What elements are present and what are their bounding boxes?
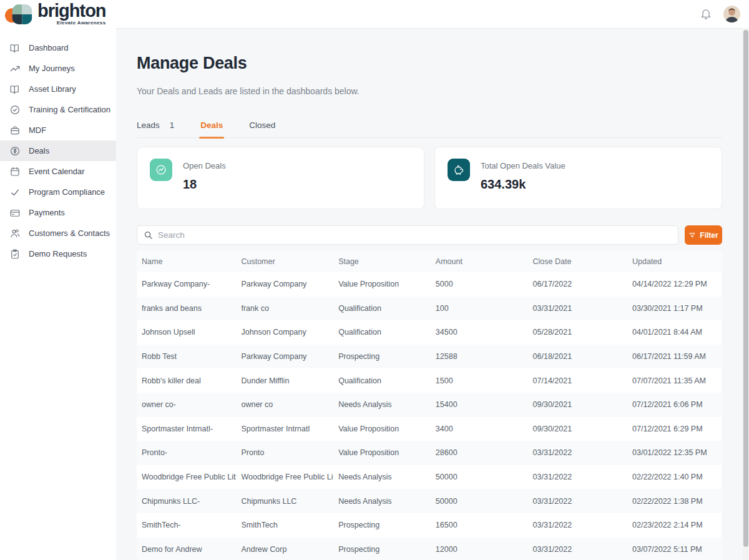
- table-row[interactable]: franks and beansfrank coQualification100…: [137, 297, 722, 321]
- deal-customer: Chipmunks LLC: [236, 489, 333, 513]
- table-row[interactable]: SmithTech-SmithTechProspecting1650003/31…: [137, 513, 722, 538]
- sidebar-item-mdf[interactable]: MDF: [0, 120, 116, 140]
- deal-name: Woodbridge Free Public Librar: [137, 465, 236, 489]
- sidebar-item-asset-library[interactable]: Asset Library: [0, 79, 116, 99]
- stat-label: Total Open Deals Value: [481, 161, 565, 170]
- deal-name: Pronto-: [137, 441, 236, 465]
- clipboard-check-icon: [9, 248, 21, 260]
- check-icon: [9, 187, 21, 198]
- tab-label: Deals: [200, 120, 223, 130]
- top-bar: brighton Elevate Awareness: [0, 0, 749, 28]
- deal-chart-icon: [150, 159, 172, 181]
- stat-value: 18: [183, 177, 226, 192]
- sidebar-item-dashboard[interactable]: Dashboard: [0, 37, 116, 58]
- sidebar-item-demo-requests[interactable]: Demo Requests: [0, 243, 116, 264]
- deal-close-date: 06/18/2021: [528, 345, 627, 369]
- scrollbar-thumb[interactable]: [743, 30, 748, 547]
- table-header-row: Name Customer Stage Amount Close Date Up…: [137, 251, 722, 272]
- sidebar-item-my-journeys[interactable]: My Journeys: [0, 58, 116, 79]
- deal-close-date: 05/28/2021: [528, 320, 627, 345]
- sidebar-item-program-compliance[interactable]: Program Compliance: [0, 182, 116, 202]
- sidebar-item-training-certification[interactable]: Training & Certification: [0, 99, 116, 120]
- main-content: Manage Deals Your Deals and Leads are li…: [116, 28, 749, 560]
- deal-stage: Needs Analysis: [333, 465, 431, 489]
- deal-updated: 04/14/2022 12:29 PM: [627, 272, 722, 297]
- deal-customer: Sportmaster Intrnatl: [236, 417, 333, 441]
- deal-amount: 100: [431, 297, 528, 321]
- table-row[interactable]: owner co-owner coNeeds Analysis1540009/3…: [137, 393, 722, 417]
- tab-leads[interactable]: Leads 1: [137, 117, 174, 137]
- deal-name: Johnson Upsell: [137, 320, 236, 345]
- deal-stage: Needs Analysis: [333, 489, 431, 513]
- sidebar: Dashboard My Journeys Asset Library Trai…: [0, 28, 116, 560]
- calendar-icon: [9, 166, 21, 177]
- column-header-name[interactable]: Name: [137, 251, 236, 272]
- deal-customer: frank co: [236, 297, 333, 321]
- sidebar-item-deals[interactable]: Deals: [0, 140, 116, 161]
- table-row[interactable]: Chipmunks LLC-Chipmunks LLCNeeds Analysi…: [137, 489, 722, 513]
- brand-logo[interactable]: brighton Elevate Awareness: [5, 1, 106, 27]
- deal-name: owner co-: [137, 393, 236, 417]
- table-row[interactable]: Robb's killer dealDunder MifflinQualific…: [137, 368, 722, 393]
- column-header-stage[interactable]: Stage: [333, 251, 431, 272]
- deal-stage: Prospecting: [333, 345, 431, 369]
- table-row[interactable]: Demo for AndrewAndrew CorpProspecting120…: [137, 538, 722, 560]
- deal-customer: Woodbridge Free Public Library: [236, 465, 333, 489]
- tab-closed[interactable]: Closed: [249, 117, 275, 137]
- tab-leads-count: 1: [170, 120, 175, 130]
- user-avatar[interactable]: [723, 6, 740, 22]
- users-icon: [9, 228, 21, 239]
- table-row[interactable]: Pronto-ProntoValue Proposition2860003/31…: [137, 441, 722, 465]
- deal-amount: 12588: [431, 345, 528, 369]
- deal-stage: Value Proposition: [333, 441, 431, 465]
- table-row[interactable]: Parkway Company-Parkway CompanyValue Pro…: [137, 272, 722, 297]
- sidebar-item-label: Training & Certification: [29, 105, 110, 114]
- column-header-close-date[interactable]: Close Date: [528, 251, 627, 272]
- deal-close-date: 03/31/2022: [528, 441, 627, 465]
- table-row[interactable]: Sportmaster Intrnatl-Sportmaster Intrnat…: [137, 417, 722, 441]
- column-header-updated[interactable]: Updated: [627, 251, 722, 272]
- tab-deals[interactable]: Deals: [200, 117, 223, 137]
- column-header-customer[interactable]: Customer: [236, 251, 333, 272]
- search-icon: [144, 230, 153, 240]
- deal-updated: 06/17/2021 11:59 AM: [627, 345, 722, 369]
- tab-label: Leads: [137, 120, 160, 130]
- vertical-scrollbar[interactable]: [742, 28, 749, 560]
- dollar-circle-icon: [9, 145, 21, 157]
- sidebar-item-label: My Journeys: [29, 64, 75, 73]
- table-row[interactable]: Robb TestParkway CompanyProspecting12588…: [137, 345, 722, 369]
- deal-updated: 07/12/2021 6:29 PM: [627, 417, 722, 441]
- deal-updated: 02/22/2022 1:38 PM: [627, 489, 722, 513]
- sidebar-item-event-calendar[interactable]: Event Calendar: [0, 161, 116, 182]
- deal-customer: owner co: [236, 393, 333, 417]
- deal-updated: 07/12/2021 6:06 PM: [627, 393, 722, 417]
- page-subtitle: Your Deals and Leads are listed in the d…: [137, 86, 722, 96]
- deal-close-date: 09/30/2021: [528, 417, 627, 441]
- sidebar-item-payments[interactable]: Payments: [0, 202, 116, 223]
- deal-amount: 12000: [431, 538, 528, 560]
- filter-button[interactable]: Filter: [685, 225, 722, 245]
- notification-bell-icon[interactable]: [700, 8, 712, 21]
- page-title: Manage Deals: [137, 54, 722, 73]
- trend-icon: [9, 63, 21, 74]
- sidebar-item-label: Payments: [29, 208, 65, 217]
- stat-label: Open Deals: [183, 161, 226, 170]
- table-row[interactable]: Woodbridge Free Public LibrarWoodbridge …: [137, 465, 722, 489]
- deal-name: Robb's killer deal: [137, 368, 236, 393]
- deal-customer: Parkway Company: [236, 345, 333, 369]
- stat-value: 634.39k: [481, 177, 565, 192]
- book-icon: [9, 42, 21, 54]
- sidebar-item-customers-contacts[interactable]: Customers & Contacts: [0, 223, 116, 243]
- search-input[interactable]: [158, 230, 672, 240]
- column-header-amount[interactable]: Amount: [431, 251, 528, 272]
- deal-stage: Prospecting: [333, 513, 431, 538]
- sidebar-item-label: Event Calendar: [29, 167, 85, 176]
- deal-name: SmithTech-: [137, 513, 236, 538]
- book-icon: [9, 84, 21, 95]
- deal-customer: Dunder Mifflin: [236, 368, 333, 393]
- piggy-bank-icon: [448, 159, 470, 181]
- briefcase-icon: [9, 125, 21, 136]
- table-row[interactable]: Johnson UpsellJohnson CompanyQualificati…: [137, 320, 722, 345]
- deal-close-date: 09/30/2021: [528, 393, 627, 417]
- deal-customer: Johnson Company: [236, 320, 333, 345]
